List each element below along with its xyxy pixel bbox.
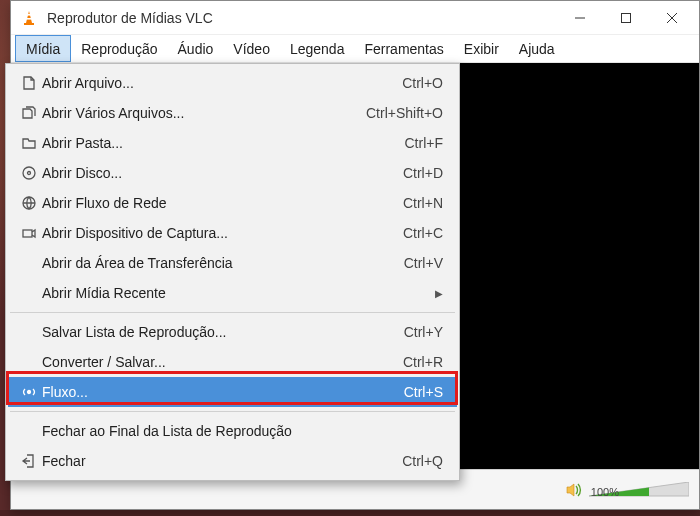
svg-rect-12 <box>23 230 32 237</box>
window-title: Reprodutor de Mídias VLC <box>47 10 213 26</box>
mi-open-capture[interactable]: Abrir Dispositivo de Captura... Ctrl+C <box>8 218 457 248</box>
menu-separator <box>10 411 455 412</box>
menu-audio[interactable]: Áudio <box>168 35 224 62</box>
folder-icon <box>16 135 42 151</box>
close-button[interactable] <box>649 2 695 34</box>
menu-exibir[interactable]: Exibir <box>454 35 509 62</box>
svg-point-13 <box>28 391 31 394</box>
svg-point-9 <box>23 167 35 179</box>
svg-point-10 <box>28 172 31 175</box>
svg-rect-2 <box>26 18 31 20</box>
mi-open-disc[interactable]: Abrir Disco... Ctrl+D <box>8 158 457 188</box>
mi-open-network[interactable]: Abrir Fluxo de Rede Ctrl+N <box>8 188 457 218</box>
menu-separator <box>10 312 455 313</box>
mi-open-clipboard[interactable]: Abrir da Área de Transferência Ctrl+V <box>8 248 457 278</box>
volume-percent: 100% <box>591 486 619 498</box>
menu-midia[interactable]: Mídia <box>15 35 71 62</box>
midia-dropdown: Abrir Arquivo... Ctrl+O Abrir Vários Arq… <box>5 63 460 481</box>
mi-convert-save[interactable]: Converter / Salvar... Ctrl+R <box>8 347 457 377</box>
menu-ajuda[interactable]: Ajuda <box>509 35 565 62</box>
disc-icon <box>16 165 42 181</box>
window-controls <box>557 2 695 34</box>
crop-shadow <box>0 510 700 516</box>
menu-ferramentas[interactable]: Ferramentas <box>354 35 453 62</box>
mi-open-folder[interactable]: Abrir Pasta... Ctrl+F <box>8 128 457 158</box>
mi-stream[interactable]: Fluxo... Ctrl+S <box>8 377 457 407</box>
mi-save-playlist[interactable]: Salvar Lista de Reprodução... Ctrl+Y <box>8 317 457 347</box>
stream-icon <box>16 384 42 400</box>
svg-rect-0 <box>24 23 34 25</box>
exit-icon <box>16 453 42 469</box>
file-icon <box>16 75 42 91</box>
network-icon <box>16 195 42 211</box>
mi-open-recent[interactable]: Abrir Mídia Recente ▶ <box>8 278 457 308</box>
volume-slider[interactable]: 100% <box>589 482 689 498</box>
speaker-icon <box>565 481 583 499</box>
mi-open-file[interactable]: Abrir Arquivo... Ctrl+O <box>8 68 457 98</box>
mi-quit[interactable]: Fechar Ctrl+Q <box>8 446 457 476</box>
minimize-button[interactable] <box>557 2 603 34</box>
maximize-button[interactable] <box>603 2 649 34</box>
menu-video[interactable]: Vídeo <box>223 35 280 62</box>
menubar: Mídia Reprodução Áudio Vídeo Legenda Fer… <box>11 35 699 63</box>
menu-legenda[interactable]: Legenda <box>280 35 355 62</box>
mi-open-files[interactable]: Abrir Vários Arquivos... Ctrl+Shift+O <box>8 98 457 128</box>
svg-rect-1 <box>27 14 31 16</box>
titlebar: Reprodutor de Mídias VLC <box>11 1 699 35</box>
svg-rect-4 <box>622 13 631 22</box>
mi-quit-after-playlist[interactable]: Fechar ao Final da Lista de Reprodução <box>8 416 457 446</box>
chevron-right-icon: ▶ <box>431 288 443 299</box>
files-icon <box>16 105 42 121</box>
volume-control[interactable]: 100% <box>565 481 689 499</box>
capture-icon <box>16 225 42 241</box>
menu-reproducao[interactable]: Reprodução <box>71 35 167 62</box>
vlc-cone-icon <box>21 10 37 26</box>
